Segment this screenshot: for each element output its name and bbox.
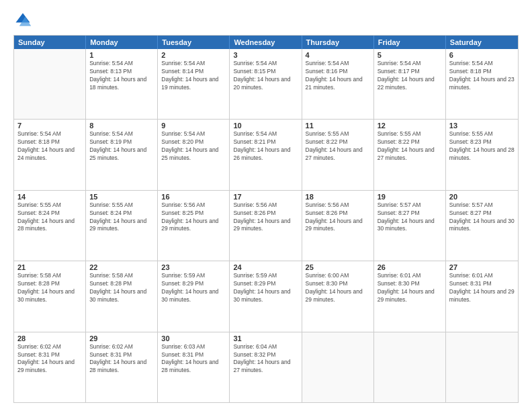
calendar-cell: 29Sunrise: 6:02 AMSunset: 8:31 PMDayligh… bbox=[86, 332, 158, 402]
calendar-cell bbox=[14, 49, 86, 119]
day-info: Sunrise: 5:54 AMSunset: 8:20 PMDaylight:… bbox=[161, 130, 226, 163]
calendar-cell bbox=[446, 332, 518, 402]
calendar-cell: 3Sunrise: 5:54 AMSunset: 8:15 PMDaylight… bbox=[230, 49, 302, 119]
calendar-cell: 19Sunrise: 5:57 AMSunset: 8:27 PMDayligh… bbox=[374, 191, 446, 261]
day-number: 16 bbox=[161, 193, 226, 201]
day-info: Sunrise: 6:02 AMSunset: 8:31 PMDaylight:… bbox=[17, 343, 82, 375]
day-info: Sunrise: 6:04 AMSunset: 8:32 PMDaylight:… bbox=[233, 343, 298, 375]
day-number: 17 bbox=[233, 193, 298, 201]
calendar-cell: 5Sunrise: 5:54 AMSunset: 8:17 PMDaylight… bbox=[374, 49, 446, 119]
calendar-cell: 14Sunrise: 5:55 AMSunset: 8:24 PMDayligh… bbox=[14, 191, 86, 261]
header-cell-sunday: Sunday bbox=[14, 36, 86, 49]
day-info: Sunrise: 6:00 AMSunset: 8:30 PMDaylight:… bbox=[306, 272, 370, 304]
day-number: 6 bbox=[449, 51, 515, 59]
calendar-cell: 9Sunrise: 5:54 AMSunset: 8:20 PMDaylight… bbox=[158, 120, 230, 189]
header-cell-thursday: Thursday bbox=[302, 36, 374, 49]
page: SundayMondayTuesdayWednesdayThursdayFrid… bbox=[0, 0, 532, 411]
calendar-week-1: 1Sunrise: 5:54 AMSunset: 8:13 PMDaylight… bbox=[14, 49, 518, 119]
calendar-cell: 27Sunrise: 6:01 AMSunset: 8:31 PMDayligh… bbox=[446, 261, 518, 331]
day-info: Sunrise: 5:58 AMSunset: 8:28 PMDaylight:… bbox=[17, 272, 82, 304]
day-number: 21 bbox=[17, 263, 82, 271]
day-info: Sunrise: 5:54 AMSunset: 8:18 PMDaylight:… bbox=[449, 60, 515, 92]
day-info: Sunrise: 5:54 AMSunset: 8:16 PMDaylight:… bbox=[306, 60, 370, 92]
day-info: Sunrise: 5:57 AMSunset: 8:27 PMDaylight:… bbox=[449, 201, 515, 234]
header-cell-monday: Monday bbox=[86, 36, 158, 49]
calendar-cell: 2Sunrise: 5:54 AMSunset: 8:14 PMDaylight… bbox=[158, 49, 230, 119]
day-number: 22 bbox=[89, 263, 154, 271]
header bbox=[13, 11, 519, 30]
calendar-cell: 6Sunrise: 5:54 AMSunset: 8:18 PMDaylight… bbox=[446, 49, 518, 119]
header-cell-wednesday: Wednesday bbox=[230, 36, 302, 49]
calendar-week-3: 14Sunrise: 5:55 AMSunset: 8:24 PMDayligh… bbox=[14, 190, 518, 261]
day-number: 29 bbox=[89, 334, 154, 342]
day-info: Sunrise: 5:56 AMSunset: 8:26 PMDaylight:… bbox=[306, 201, 370, 234]
day-number: 5 bbox=[378, 51, 442, 59]
day-info: Sunrise: 5:54 AMSunset: 8:15 PMDaylight:… bbox=[233, 60, 298, 92]
calendar-week-2: 7Sunrise: 5:54 AMSunset: 8:18 PMDaylight… bbox=[14, 119, 518, 189]
day-number: 30 bbox=[161, 334, 226, 342]
calendar-cell: 20Sunrise: 5:57 AMSunset: 8:27 PMDayligh… bbox=[446, 191, 518, 261]
day-number: 10 bbox=[233, 122, 298, 130]
day-number: 25 bbox=[306, 263, 370, 271]
day-number: 23 bbox=[161, 263, 226, 271]
header-cell-saturday: Saturday bbox=[446, 36, 518, 49]
calendar-cell: 17Sunrise: 5:56 AMSunset: 8:26 PMDayligh… bbox=[230, 191, 302, 261]
day-info: Sunrise: 5:54 AMSunset: 8:13 PMDaylight:… bbox=[89, 60, 154, 92]
header-cell-tuesday: Tuesday bbox=[158, 36, 230, 49]
calendar-cell: 8Sunrise: 5:54 AMSunset: 8:19 PMDaylight… bbox=[86, 120, 158, 189]
day-number: 2 bbox=[161, 51, 226, 59]
day-number: 12 bbox=[378, 122, 442, 130]
day-number: 27 bbox=[449, 263, 515, 271]
calendar-cell: 25Sunrise: 6:00 AMSunset: 8:30 PMDayligh… bbox=[302, 261, 374, 331]
calendar-cell: 28Sunrise: 6:02 AMSunset: 8:31 PMDayligh… bbox=[14, 332, 86, 402]
calendar-cell: 26Sunrise: 6:01 AMSunset: 8:30 PMDayligh… bbox=[374, 261, 446, 331]
calendar-cell: 31Sunrise: 6:04 AMSunset: 8:32 PMDayligh… bbox=[230, 332, 302, 402]
day-number: 24 bbox=[233, 263, 298, 271]
day-number: 11 bbox=[306, 122, 370, 130]
day-info: Sunrise: 5:59 AMSunset: 8:29 PMDaylight:… bbox=[233, 272, 298, 304]
day-number: 26 bbox=[378, 263, 442, 271]
day-number: 9 bbox=[161, 122, 226, 130]
day-number: 18 bbox=[306, 193, 370, 201]
calendar-header-row: SundayMondayTuesdayWednesdayThursdayFrid… bbox=[14, 36, 518, 49]
calendar-week-5: 28Sunrise: 6:02 AMSunset: 8:31 PMDayligh… bbox=[14, 332, 518, 402]
calendar-week-4: 21Sunrise: 5:58 AMSunset: 8:28 PMDayligh… bbox=[14, 261, 518, 331]
calendar-cell: 7Sunrise: 5:54 AMSunset: 8:18 PMDaylight… bbox=[14, 120, 86, 189]
calendar-cell: 18Sunrise: 5:56 AMSunset: 8:26 PMDayligh… bbox=[302, 191, 374, 261]
calendar-body: 1Sunrise: 5:54 AMSunset: 8:13 PMDaylight… bbox=[14, 49, 518, 402]
day-info: Sunrise: 6:02 AMSunset: 8:31 PMDaylight:… bbox=[89, 343, 154, 375]
day-info: Sunrise: 5:54 AMSunset: 8:17 PMDaylight:… bbox=[378, 60, 442, 92]
calendar-cell: 24Sunrise: 5:59 AMSunset: 8:29 PMDayligh… bbox=[230, 261, 302, 331]
logo bbox=[13, 11, 35, 30]
day-number: 1 bbox=[89, 51, 154, 59]
calendar-cell: 30Sunrise: 6:03 AMSunset: 8:31 PMDayligh… bbox=[158, 332, 230, 402]
day-number: 15 bbox=[89, 193, 154, 201]
day-number: 4 bbox=[306, 51, 370, 59]
day-info: Sunrise: 5:55 AMSunset: 8:23 PMDaylight:… bbox=[449, 130, 515, 163]
calendar-cell: 11Sunrise: 5:55 AMSunset: 8:22 PMDayligh… bbox=[302, 120, 374, 189]
logo-icon bbox=[13, 11, 32, 30]
day-info: Sunrise: 5:57 AMSunset: 8:27 PMDaylight:… bbox=[378, 201, 442, 234]
header-cell-friday: Friday bbox=[374, 36, 446, 49]
calendar-cell: 4Sunrise: 5:54 AMSunset: 8:16 PMDaylight… bbox=[302, 49, 374, 119]
calendar-cell: 15Sunrise: 5:55 AMSunset: 8:24 PMDayligh… bbox=[86, 191, 158, 261]
day-number: 20 bbox=[449, 193, 515, 201]
calendar-cell bbox=[302, 332, 374, 402]
day-info: Sunrise: 5:54 AMSunset: 8:14 PMDaylight:… bbox=[161, 60, 226, 92]
day-number: 19 bbox=[378, 193, 442, 201]
day-info: Sunrise: 5:58 AMSunset: 8:28 PMDaylight:… bbox=[89, 272, 154, 304]
day-number: 28 bbox=[17, 334, 82, 342]
day-info: Sunrise: 5:56 AMSunset: 8:26 PMDaylight:… bbox=[233, 201, 298, 234]
calendar-cell: 1Sunrise: 5:54 AMSunset: 8:13 PMDaylight… bbox=[86, 49, 158, 119]
calendar-cell: 16Sunrise: 5:56 AMSunset: 8:25 PMDayligh… bbox=[158, 191, 230, 261]
day-number: 7 bbox=[17, 122, 82, 130]
calendar-cell bbox=[374, 332, 446, 402]
day-info: Sunrise: 6:01 AMSunset: 8:30 PMDaylight:… bbox=[378, 272, 442, 304]
day-info: Sunrise: 5:56 AMSunset: 8:25 PMDaylight:… bbox=[161, 201, 226, 234]
day-info: Sunrise: 5:55 AMSunset: 8:22 PMDaylight:… bbox=[378, 130, 442, 163]
calendar-cell: 21Sunrise: 5:58 AMSunset: 8:28 PMDayligh… bbox=[14, 261, 86, 331]
day-info: Sunrise: 5:55 AMSunset: 8:24 PMDaylight:… bbox=[17, 201, 82, 234]
calendar-cell: 13Sunrise: 5:55 AMSunset: 8:23 PMDayligh… bbox=[446, 120, 518, 189]
day-info: Sunrise: 5:55 AMSunset: 8:24 PMDaylight:… bbox=[89, 201, 154, 234]
calendar-cell: 23Sunrise: 5:59 AMSunset: 8:29 PMDayligh… bbox=[158, 261, 230, 331]
